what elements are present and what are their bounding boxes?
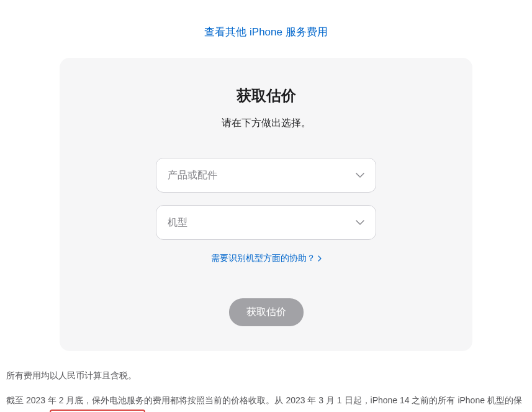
card-subtitle: 请在下方做出选择。	[84, 117, 448, 130]
help-link-label: 需要识别机型方面的协助？	[211, 253, 315, 264]
product-select-wrapper: 产品或配件	[156, 158, 376, 193]
model-select[interactable]: 机型	[156, 205, 376, 240]
other-services-link[interactable]: 查看其他 iPhone 服务费用	[204, 26, 327, 38]
submit-row: 获取估价	[84, 298, 448, 326]
chevron-right-icon	[318, 255, 322, 262]
help-link-row: 需要识别机型方面的协助？	[84, 252, 448, 264]
get-estimate-button[interactable]: 获取估价	[229, 298, 304, 326]
model-select-placeholder: 机型	[168, 216, 187, 229]
footer-price-change-note: 截至 2023 年 2 月底，保外电池服务的费用都将按照当前的价格收取。从 20…	[6, 392, 526, 412]
model-select-wrapper: 机型	[156, 205, 376, 240]
footer-note-highlight: 费用将增加 RMB 169。	[50, 410, 145, 412]
identify-model-help-link[interactable]: 需要识别机型方面的协助？	[211, 253, 322, 264]
product-select[interactable]: 产品或配件	[156, 158, 376, 193]
estimate-card: 获取估价 请在下方做出选择。 产品或配件 机型 需要识别机型方面的协助？ 获取估…	[60, 58, 472, 351]
product-select-placeholder: 产品或配件	[168, 169, 217, 182]
chevron-down-icon	[356, 171, 364, 180]
footer-currency-note: 所有费用均以人民币计算且含税。	[6, 369, 526, 383]
top-link-row: 查看其他 iPhone 服务费用	[0, 0, 532, 58]
card-title: 获取估价	[84, 86, 448, 106]
chevron-down-icon	[356, 218, 364, 227]
